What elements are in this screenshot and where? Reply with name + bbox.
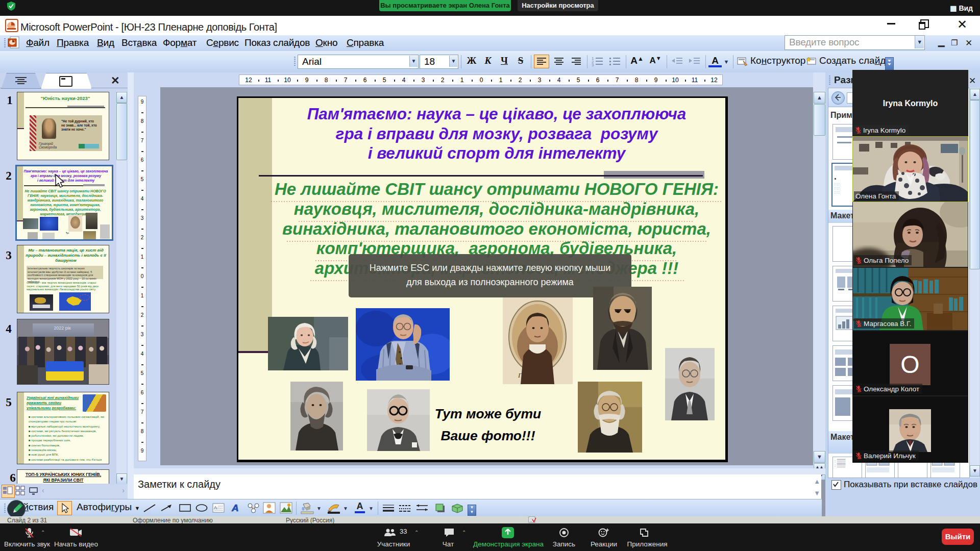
svg-text:A: A: [231, 503, 239, 513]
svg-text:3: 3: [592, 63, 594, 66]
svg-text:A: A: [214, 505, 217, 510]
svg-text:Григор. б' Σ.: Григор. б' Σ.: [518, 371, 553, 379]
